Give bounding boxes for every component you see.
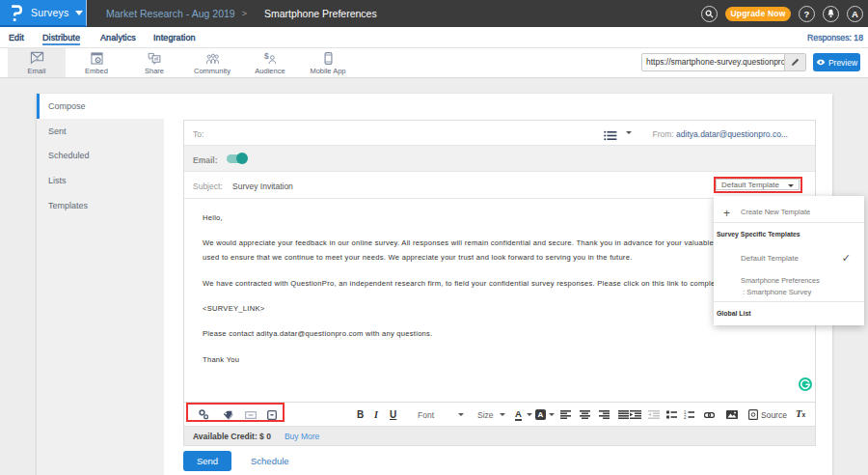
menu-group-survey-specific: Survey Specific Templates — [717, 230, 800, 238]
align-center-button[interactable] — [580, 403, 590, 427]
tab-audience[interactable]: $ Audience — [241, 48, 299, 77]
breadcrumb-separator: > — [242, 9, 247, 18]
align-left-button[interactable] — [560, 403, 571, 427]
menu-item-distribute[interactable]: Distribute — [42, 27, 80, 48]
share-tab-icon — [148, 51, 161, 65]
menu-item-create-new-template[interactable]: + Create New Template — [714, 204, 864, 223]
sidebar-item-compose[interactable]: Compose — [37, 94, 164, 119]
increase-indent-icon — [630, 410, 641, 419]
select-caret-icon — [788, 184, 794, 187]
notifications-button[interactable] — [823, 6, 839, 22]
tab-share[interactable]: Share — [125, 48, 183, 77]
sidebar-item-templates[interactable]: Templates — [37, 193, 164, 218]
insert-image-button[interactable] — [726, 403, 738, 427]
survey-url-input[interactable]: https://smartphone-survey.questionpro.co… — [642, 54, 784, 70]
from-email[interactable]: aditya.datar@questionpro.co... — [676, 129, 788, 139]
menu-item-smartphone-line2[interactable]: : Smartphone Survey — [743, 288, 811, 296]
embed-tab-icon — [91, 51, 103, 65]
tab-embed[interactable]: Embed — [68, 48, 125, 77]
remove-format-button[interactable]: Tx — [796, 403, 805, 427]
align-right-button[interactable] — [599, 403, 610, 427]
pencil-icon — [791, 58, 800, 67]
bg-color-button[interactable]: A — [535, 403, 546, 427]
email-toggle[interactable] — [227, 154, 247, 163]
survey-menu: Edit Distribute Analytics Integration Re… — [0, 27, 868, 48]
schedule-link[interactable]: Schedule — [251, 456, 289, 466]
edit-url-button[interactable] — [784, 54, 805, 70]
sidebar-item-sent[interactable]: Sent — [37, 119, 164, 144]
breadcrumb-folder[interactable]: Market Research - Aug 2019 — [106, 8, 235, 19]
bullet-list-icon — [666, 410, 677, 419]
template-select[interactable]: Default Template — [716, 179, 800, 190]
distribute-tabs: Email Embed Share Community $ Audience M… — [0, 48, 868, 78]
grammarly-icon[interactable] — [799, 377, 812, 391]
text-color-button[interactable]: A — [515, 403, 522, 427]
caret-down-icon — [527, 413, 532, 416]
list-icon — [604, 130, 617, 141]
send-button[interactable]: Send — [183, 451, 231, 471]
tab-mobile-app[interactable]: Mobile App — [299, 48, 357, 77]
breadcrumb-current: Smartphone Preferences — [264, 8, 377, 19]
preview-button[interactable]: Preview — [813, 53, 860, 71]
menu-group-global-list: Global List — [717, 309, 751, 318]
subject-label: Subject: — [193, 182, 223, 191]
tab-email[interactable]: Email — [8, 48, 66, 77]
sidebar-item-lists[interactable]: Lists — [37, 168, 164, 193]
tab-community[interactable]: Community — [183, 48, 241, 77]
align-justify-button[interactable] — [618, 403, 629, 427]
align-center-icon — [580, 410, 590, 419]
community-tab-icon — [205, 51, 220, 65]
product-name: Surveys — [31, 7, 68, 18]
help-button[interactable]: ? — [799, 6, 815, 22]
grammarly-g-icon — [799, 377, 812, 391]
increase-indent-button[interactable] — [630, 403, 641, 427]
text-color-a-icon: A — [515, 409, 522, 421]
subject-value[interactable]: Survey Invitation — [232, 182, 293, 191]
insert-tag-button[interactable] — [223, 403, 233, 427]
underline-button[interactable]: U — [390, 403, 396, 427]
menu-item-default-template[interactable]: Default Template — [741, 254, 799, 263]
list-caret-icon[interactable] — [626, 131, 632, 134]
svg-text:$: $ — [264, 52, 269, 61]
source-button[interactable]: Source — [748, 403, 787, 427]
decrease-indent-button[interactable] — [648, 403, 660, 427]
hyperlink-button[interactable] — [704, 403, 715, 427]
insert-placeholder-button[interactable] — [267, 403, 277, 427]
bullet-list-button[interactable] — [666, 403, 677, 427]
envelope-icon — [245, 411, 257, 419]
toggle-knob — [236, 153, 248, 164]
brand-block[interactable]: Surveys — [0, 0, 87, 27]
email-body-paragraph: Please contact aditya.datar@questionpro.… — [203, 326, 815, 342]
menu-item-edit[interactable]: Edit — [9, 27, 24, 48]
upgrade-now-button[interactable]: Upgrade Now — [725, 7, 791, 21]
align-right-icon — [599, 410, 610, 419]
insert-link-button[interactable] — [199, 403, 209, 427]
sidebar-item-scheduled[interactable]: Scheduled — [37, 144, 164, 169]
avatar[interactable]: A — [847, 6, 863, 22]
source-icon — [748, 409, 758, 420]
buy-more-link[interactable]: Buy More — [285, 432, 319, 441]
bg-color-caret-icon — [549, 403, 555, 427]
search-button[interactable] — [701, 6, 718, 22]
contact-list-button[interactable] — [604, 127, 617, 145]
numbered-list-button[interactable]: 12 — [684, 403, 694, 427]
email-toggle-row: Email: — [184, 146, 815, 172]
chevron-down-icon — [75, 11, 83, 15]
email-sidebar: Compose Sent Scheduled Lists Templates — [37, 94, 164, 475]
numbered-list-icon: 12 — [684, 410, 694, 419]
email-body-paragraph: Thank You — [203, 352, 815, 368]
caret-down-icon — [549, 413, 555, 416]
bold-button[interactable]: B — [357, 403, 364, 427]
template-annotation-box: Default Template — [714, 177, 802, 193]
menu-item-integration[interactable]: Integration — [153, 27, 196, 48]
top-bar: Surveys Market Research - Aug 2019 > Sma… — [0, 0, 868, 27]
responses-count[interactable]: Responses: 18 — [807, 27, 863, 48]
menu-item-analytics[interactable]: Analytics — [100, 27, 136, 48]
size-dropdown[interactable]: Size — [477, 403, 494, 427]
menu-item-smartphone-line1[interactable]: Smartphone Preferences — [741, 276, 820, 285]
italic-button[interactable]: I — [374, 403, 378, 427]
font-dropdown[interactable]: Font — [418, 403, 434, 427]
bg-color-a-icon: A — [535, 409, 546, 420]
insert-email-button[interactable] — [245, 403, 257, 427]
email-tab-icon — [30, 51, 44, 65]
